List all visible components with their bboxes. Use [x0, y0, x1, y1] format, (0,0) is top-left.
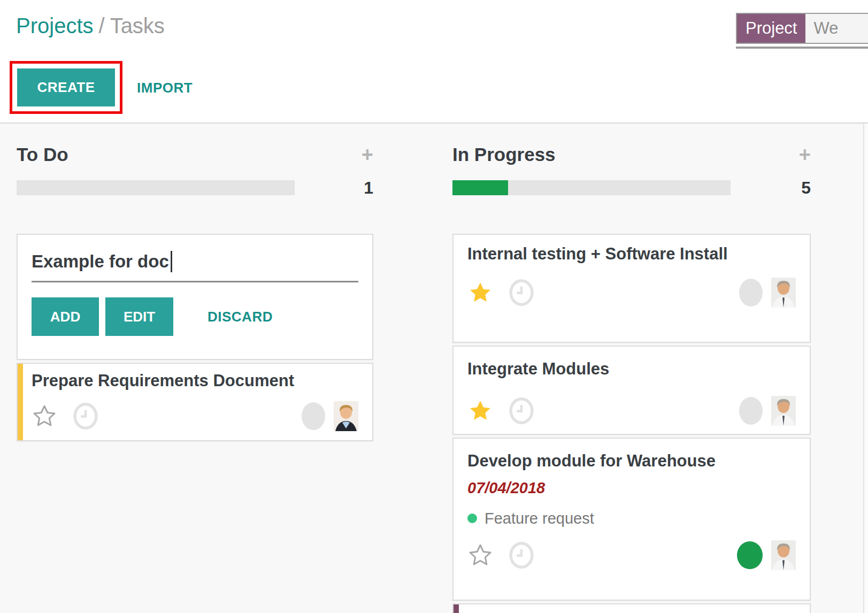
assignee-avatar[interactable]: [771, 278, 796, 308]
star-icon-filled[interactable]: [467, 398, 493, 424]
task-title: Prepare Requirements Document: [32, 369, 299, 393]
card-color-strip-purple: [454, 604, 459, 613]
card-footer: [32, 401, 358, 431]
annotation-highlight-box: CREATE: [10, 61, 122, 114]
quick-create-input-value: Example for doc: [32, 250, 169, 273]
clock-icon[interactable]: [509, 279, 534, 306]
add-button[interactable]: ADD: [32, 297, 99, 336]
create-button[interactable]: CREATE: [17, 68, 115, 106]
edit-button[interactable]: EDIT: [105, 297, 173, 336]
assignee-avatar[interactable]: [334, 401, 358, 431]
column-progress-bar-in-progress[interactable]: [452, 180, 731, 195]
column-count-in-progress: 5: [801, 178, 811, 198]
task-tag: Feature request: [467, 510, 796, 526]
kanban-column-todo: To Do + 1 Example for doc ADD: [17, 124, 373, 444]
kanban-state-dot-gray[interactable]: [739, 279, 763, 306]
clock-icon[interactable]: [509, 541, 534, 569]
clock-icon[interactable]: [509, 397, 534, 425]
star-icon-outline[interactable]: [32, 403, 57, 429]
task-deadline: 07/04/2018: [467, 477, 796, 499]
task-title: Integrate Modules: [467, 357, 735, 381]
kanban-board: To Do + 1 Example for doc ADD: [0, 124, 868, 613]
breadcrumb-projects-link[interactable]: Projects: [16, 14, 94, 37]
clock-icon[interactable]: [73, 402, 98, 430]
kanban-column-in-progress: In Progress + 5 Internal testing + Softw…: [452, 124, 811, 613]
card-list-todo: Example for doc ADD EDIT DISCARD Prepare…: [17, 234, 373, 441]
task-title: Develop module for Warehouse: [467, 449, 796, 473]
task-card-partially-visible[interactable]: [452, 603, 811, 613]
column-title-in-progress: In Progress: [452, 144, 556, 165]
task-card-integrate-modules[interactable]: Integrate Modules: [452, 346, 811, 435]
tag-dot-icon: [467, 514, 477, 523]
add-card-in-progress-button plus-icon[interactable]: +: [799, 144, 811, 165]
column-progress-row-in-progress: 5: [452, 180, 811, 195]
assignee-avatar[interactable]: [771, 540, 796, 570]
quick-create-card: Example for doc ADD EDIT DISCARD: [17, 234, 373, 360]
view-switcher-project-tab[interactable]: Project: [737, 14, 805, 43]
task-card-develop-module-for-warehouse[interactable]: Develop module for Warehouse 07/04/2018 …: [452, 438, 811, 601]
star-icon-outline[interactable]: [467, 542, 493, 568]
task-card-prepare-requirements-document[interactable]: Prepare Requirements Document: [17, 363, 373, 441]
card-footer: [467, 396, 796, 426]
view-switcher-website-tab-truncated[interactable]: We: [805, 14, 868, 43]
task-title: Internal testing + Software Install: [467, 242, 735, 266]
quick-create-buttons: ADD EDIT DISCARD: [32, 297, 358, 336]
column-progress-bar-todo[interactable]: [17, 180, 295, 195]
tag-label: Feature request: [485, 510, 594, 526]
view-switcher-underline: [736, 47, 868, 49]
task-card-internal-testing-software-install[interactable]: Internal testing + Software Install: [452, 234, 811, 343]
kanban-state-dot-gray[interactable]: [302, 402, 325, 430]
breadcrumb: Projects/Tasks: [16, 14, 165, 38]
odoo-kanban-page: Projects/Tasks Project We CREATE IMPORT …: [0, 0, 868, 613]
column-count-todo: 1: [364, 178, 373, 198]
card-list-in-progress: Internal testing + Software Install: [452, 234, 811, 613]
card-footer: [467, 540, 796, 570]
board-right-edge: [863, 124, 868, 613]
column-title-todo: To Do: [17, 144, 68, 165]
kanban-state-dot-gray[interactable]: [739, 397, 763, 425]
card-color-strip-yellow: [18, 364, 23, 440]
discard-button[interactable]: DISCARD: [208, 309, 273, 325]
breadcrumb-current-page: Tasks: [110, 14, 165, 37]
view-switcher: Project We: [736, 13, 868, 44]
column-progress-row-todo: 1: [17, 180, 373, 195]
column-header-todo: To Do +: [17, 144, 373, 165]
card-footer: [467, 278, 796, 308]
quick-create-title-input[interactable]: Example for doc: [32, 250, 358, 282]
assignee-avatar[interactable]: [771, 396, 796, 426]
import-button[interactable]: IMPORT: [137, 74, 193, 101]
breadcrumb-separator: /: [99, 14, 105, 37]
kanban-state-dot-green[interactable]: [737, 541, 763, 569]
star-icon-filled[interactable]: [467, 280, 493, 305]
text-cursor: [171, 251, 172, 272]
add-card-todo-button plus-icon[interactable]: +: [362, 144, 373, 165]
progress-fill-green: [452, 180, 508, 195]
column-header-in-progress: In Progress +: [452, 144, 811, 165]
